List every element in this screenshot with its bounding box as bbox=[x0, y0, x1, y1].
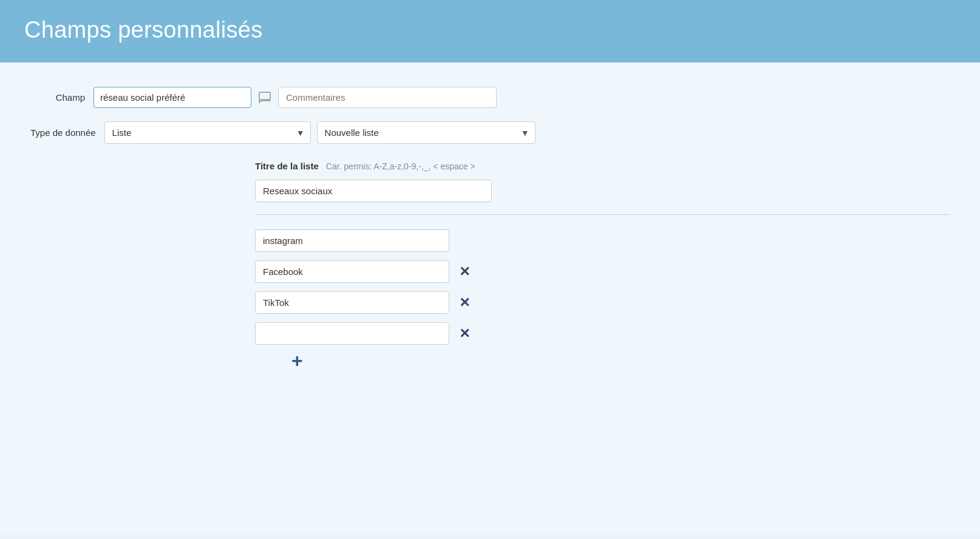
list-item: ✕ bbox=[255, 291, 950, 314]
list-item-input-2[interactable] bbox=[255, 260, 449, 283]
list-item: ✕ bbox=[255, 322, 950, 345]
liste-section: Titre de la liste Car. permis: A-Z,a-z,0… bbox=[255, 161, 950, 370]
remove-item-2-button[interactable]: ✕ bbox=[455, 264, 474, 280]
add-item-button[interactable]: + bbox=[291, 351, 303, 370]
champ-label: Champ bbox=[30, 92, 85, 103]
remove-item-3-button[interactable]: ✕ bbox=[455, 295, 474, 311]
liste-titre-hint: Car. permis: A-Z,a-z,0-9,-,_, < espace > bbox=[326, 161, 475, 171]
remove-item-4-button[interactable]: ✕ bbox=[455, 326, 474, 342]
comment-icon[interactable] bbox=[257, 90, 272, 105]
nouvelle-select-wrapper: Nouvelle liste Liste existante ▼ bbox=[317, 121, 536, 144]
list-item-input-1[interactable] bbox=[255, 229, 449, 252]
list-item-input-3[interactable] bbox=[255, 291, 449, 314]
list-item: ✕ bbox=[255, 260, 950, 283]
type-row: Type de donnée Liste Texte Nombre Date ▼… bbox=[30, 121, 950, 144]
form-section: Champ Type de donnée Liste Texte Nombre … bbox=[30, 87, 950, 370]
page-title: Champs personnalisés bbox=[24, 17, 956, 43]
content-area: Champ Type de donnée Liste Texte Nombre … bbox=[0, 63, 980, 535]
champ-row: Champ bbox=[30, 87, 950, 108]
divider bbox=[255, 214, 950, 215]
page-header: Champs personnalisés bbox=[0, 0, 980, 63]
list-item bbox=[255, 229, 950, 252]
list-items: ✕ ✕ ✕ bbox=[255, 229, 950, 345]
liste-titre-input[interactable] bbox=[255, 180, 492, 202]
type-label: Type de donnée bbox=[30, 127, 96, 138]
commentaires-input[interactable] bbox=[278, 87, 497, 108]
type-select-wrapper: Liste Texte Nombre Date ▼ bbox=[104, 121, 311, 144]
type-select[interactable]: Liste Texte Nombre Date bbox=[104, 121, 311, 144]
liste-titre-row: Titre de la liste Car. permis: A-Z,a-z,0… bbox=[255, 161, 950, 171]
champ-input[interactable] bbox=[94, 87, 251, 108]
nouvelle-select[interactable]: Nouvelle liste Liste existante bbox=[317, 121, 536, 144]
list-item-input-4[interactable] bbox=[255, 322, 449, 345]
liste-titre-label: Titre de la liste bbox=[255, 161, 319, 171]
